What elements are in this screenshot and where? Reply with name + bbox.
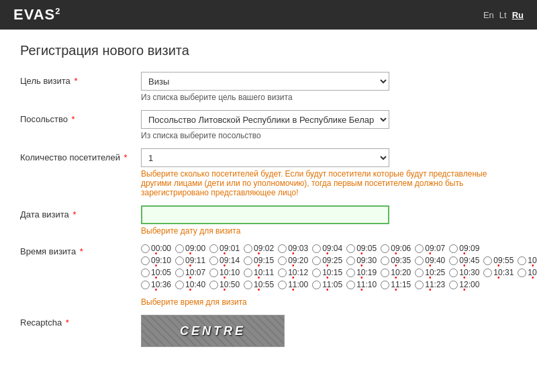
time-option-0940[interactable]: 09:40•: [415, 256, 445, 265]
time-option-0900[interactable]: 09:00•: [175, 244, 205, 253]
visit-goal-row: Цель визита * Визы Из списка выберите це…: [20, 72, 517, 102]
visit-goal-hint: Из списка выберите цель вашего визита: [141, 93, 517, 102]
visit-time-label: Время визита *: [20, 244, 141, 256]
time-option-0910[interactable]: 09:10•: [141, 256, 171, 265]
visitors-count-row: Количество посетителей * 1 2 3 Выберите …: [20, 148, 517, 197]
visit-date-field: Выберите дату для визита: [141, 205, 517, 236]
time-option-0904[interactable]: 09:04•: [312, 244, 342, 253]
time-option-0920[interactable]: 09:20•: [278, 256, 308, 265]
time-option-0906[interactable]: 09:06•: [381, 244, 411, 253]
time-option-1040[interactable]: 10:40•: [175, 280, 205, 289]
language-switcher: En Lt Ru: [483, 10, 524, 20]
time-option-0907[interactable]: 09:07•: [415, 244, 445, 253]
required-indicator: *: [69, 114, 75, 124]
visit-goal-select[interactable]: Визы: [141, 72, 389, 91]
time-option-0915[interactable]: 09:15•: [244, 256, 274, 265]
time-option-0930[interactable]: 09:30•: [346, 256, 377, 265]
time-option-1050[interactable]: 10:50•: [209, 280, 240, 289]
embassy-row: Посольство * Посольство Литовской Респуб…: [20, 110, 517, 140]
time-option-0909[interactable]: 09:09•: [449, 244, 479, 253]
required-indicator: *: [77, 246, 83, 256]
embassy-hint: Из списка выберите посольство: [141, 131, 517, 140]
time-option-0903[interactable]: 09:03•: [278, 244, 308, 253]
time-option-0000[interactable]: 00:00•: [141, 244, 171, 253]
time-option-0945[interactable]: 09:45•: [449, 256, 479, 265]
time-row-3: 10:05• 10:07• 10:10• 10:11• 10:12• 10:15…: [141, 268, 537, 277]
logo: EVAS2: [13, 6, 61, 23]
header: EVAS2 En Lt Ru: [0, 0, 537, 30]
main-content: Регистрация нового визита Цель визита * …: [0, 30, 537, 392]
visit-goal-label: Цель визита *: [20, 72, 141, 86]
time-option-1011[interactable]: 10:11•: [244, 268, 274, 277]
time-grid: 00:00• 09:00• 09:01• 09:02• 09:03• 09:04…: [141, 244, 537, 292]
visitors-count-hint: Выберите сколько посетителей будет. Если…: [141, 169, 517, 197]
time-option-0902[interactable]: 09:02•: [244, 244, 274, 253]
time-option-1036[interactable]: 10:36•: [141, 280, 171, 289]
required-indicator: *: [121, 152, 128, 162]
time-option-0905[interactable]: 09:05•: [346, 244, 377, 253]
time-option-1020[interactable]: 10:20•: [381, 268, 411, 277]
page-title: Регистрация нового визита: [20, 43, 517, 58]
visit-date-row: Дата визита * Выберите дату для визита: [20, 205, 517, 236]
time-option-1115[interactable]: 11:15•: [381, 280, 411, 289]
time-row-4: 10:36• 10:40• 10:50• 10:55• 11:00• 11:05…: [141, 280, 537, 289]
embassy-select[interactable]: Посольство Литовской Республики в Респуб…: [141, 110, 389, 129]
recaptcha-image: CENTRE: [141, 315, 285, 347]
time-option-1007[interactable]: 10:07•: [175, 268, 205, 277]
time-option-1031[interactable]: 10:31•: [483, 268, 514, 277]
visit-date-input[interactable]: [141, 205, 389, 224]
visit-time-section: Время визита * 00:00• 09:00• 09:01• 09:0…: [20, 244, 517, 292]
visit-date-label: Дата визита *: [20, 205, 141, 219]
time-option-1010[interactable]: 10:10•: [209, 268, 240, 277]
time-row-1: 00:00• 09:00• 09:01• 09:02• 09:03• 09:04…: [141, 244, 537, 253]
visitors-count-field: 1 2 3 Выберите сколько посетителей будет…: [141, 148, 517, 197]
visit-goal-field: Визы Из списка выберите цель вашего визи…: [141, 72, 517, 102]
time-option-0914[interactable]: 09:14•: [209, 256, 240, 265]
time-option-1005[interactable]: 10:05•: [141, 268, 171, 277]
time-option-0911[interactable]: 09:11•: [175, 256, 205, 265]
time-hint: Выберите время для визита: [141, 297, 517, 307]
time-option-1000[interactable]: 10:00•: [518, 256, 537, 265]
time-option-0901[interactable]: 09:01•: [209, 244, 240, 253]
lang-lt[interactable]: Lt: [499, 10, 507, 20]
time-row-2: 09:10• 09:11• 09:14• 09:15• 09:20• 09:25…: [141, 256, 537, 265]
embassy-field: Посольство Литовской Республики в Респуб…: [141, 110, 517, 140]
time-option-0935[interactable]: 09:35•: [381, 256, 411, 265]
time-option-1012[interactable]: 10:12•: [278, 268, 308, 277]
time-option-1025[interactable]: 10:25•: [415, 268, 445, 277]
required-indicator: *: [70, 209, 77, 219]
required-indicator: *: [63, 317, 69, 328]
required-indicator: *: [72, 76, 78, 86]
time-option-1030[interactable]: 10:30•: [449, 268, 479, 277]
time-option-1100[interactable]: 11:00•: [278, 280, 308, 289]
embassy-label: Посольство *: [20, 110, 141, 124]
visitors-count-label: Количество посетителей *: [20, 148, 141, 162]
time-option-1200[interactable]: 12:00•: [449, 280, 479, 289]
lang-en[interactable]: En: [483, 10, 494, 20]
time-option-1110[interactable]: 11:10•: [346, 280, 377, 289]
time-option-1123[interactable]: 11:23•: [415, 280, 445, 289]
recaptcha-label: Recaptcha *: [20, 315, 141, 328]
time-option-0955[interactable]: 09:55•: [483, 256, 514, 265]
time-option-0925[interactable]: 09:25•: [312, 256, 342, 265]
lang-ru[interactable]: Ru: [512, 10, 524, 20]
time-option-1105[interactable]: 11:05•: [312, 280, 342, 289]
visitors-count-select[interactable]: 1 2 3: [141, 148, 389, 167]
time-option-1019[interactable]: 10:19•: [346, 268, 377, 277]
time-option-1055[interactable]: 10:55•: [244, 280, 274, 289]
time-option-1032[interactable]: 10:32•: [518, 268, 537, 277]
recaptcha-row: Recaptcha * CENTRE: [20, 315, 517, 347]
time-option-1015[interactable]: 10:15•: [312, 268, 342, 277]
visit-date-hint: Выберите дату для визита: [141, 226, 517, 236]
